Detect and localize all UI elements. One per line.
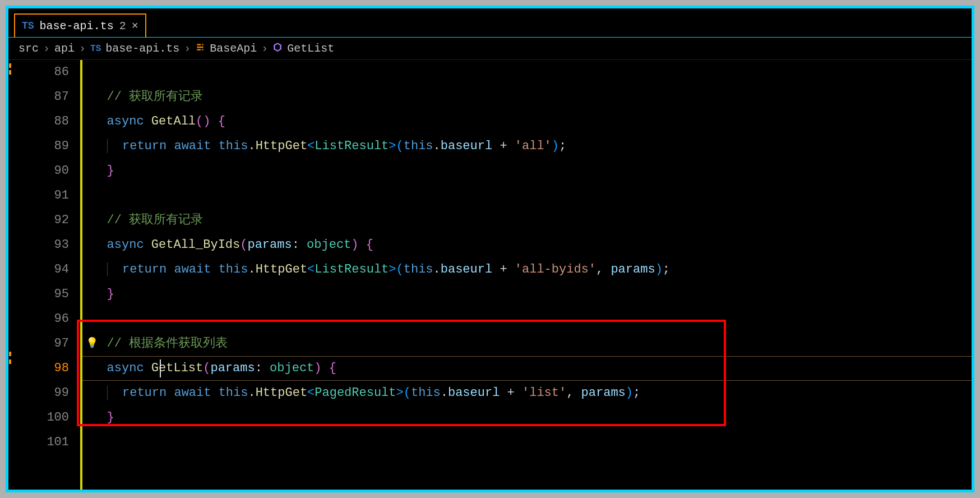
chevron-right-icon: › <box>261 42 268 55</box>
crumb-file[interactable]: base-api.ts <box>105 42 179 55</box>
editor-body[interactable]: 86 87 88 89 90 91 92 93 94 95 96 97 98 9… <box>8 60 972 490</box>
line-number: 90 <box>13 159 69 183</box>
text-cursor <box>160 359 161 377</box>
method-icon <box>272 42 283 56</box>
line-number: 88 <box>13 109 69 134</box>
code-line[interactable] <box>82 307 972 331</box>
lightbulb-icon[interactable]: 💡 <box>86 336 98 349</box>
line-number: 89 <box>13 134 69 159</box>
line-number: 101 <box>13 430 69 455</box>
code-line[interactable]: async GetList(params: object) { <box>82 356 972 381</box>
close-icon[interactable]: × <box>132 20 138 33</box>
typescript-icon: TS <box>90 44 101 54</box>
chevron-right-icon: › <box>184 42 191 55</box>
code-line[interactable]: async GetAll_ByIds(params: object) { <box>82 233 972 257</box>
tab-base-api[interactable]: TS base-api.ts 2 × <box>14 13 146 37</box>
code-line[interactable]: } <box>82 159 972 183</box>
line-number: 97 <box>13 331 69 356</box>
crumb-src[interactable]: src <box>19 42 39 55</box>
code-line[interactable]: return await this.HttpGet<ListResult>(th… <box>82 257 972 282</box>
line-number: 93 <box>13 233 69 257</box>
tab-filename: base-api.ts <box>40 20 114 33</box>
crumb-api[interactable]: api <box>54 42 75 55</box>
chevron-right-icon: › <box>43 42 50 55</box>
crumb-method[interactable]: GetList <box>287 42 334 55</box>
line-number: 96 <box>13 307 69 331</box>
code-line[interactable] <box>82 60 972 85</box>
code-line[interactable]: // 获取所有记录 <box>82 208 972 233</box>
typescript-icon: TS <box>22 20 34 31</box>
code-line[interactable]: return await this.HttpGet<ListResult>(th… <box>82 134 972 159</box>
code-line[interactable] <box>82 430 972 455</box>
line-number: 94 <box>13 257 69 282</box>
code-line[interactable]: // 根据条件获取列表 <box>82 331 972 356</box>
line-number: 87 <box>13 85 69 109</box>
tab-bar: TS base-api.ts 2 × <box>8 8 972 38</box>
code-line[interactable]: async GetAll() { <box>82 109 972 134</box>
class-icon <box>195 42 205 56</box>
line-number: 91 <box>13 183 69 208</box>
code-line[interactable]: return await this.HttpGet<PagedResult>(t… <box>82 381 972 405</box>
breadcrumb[interactable]: src › api › TS base-api.ts › BaseApi › G… <box>8 38 972 60</box>
code-line[interactable] <box>82 183 972 208</box>
line-number: 86 <box>13 60 69 85</box>
chevron-right-icon: › <box>79 42 86 55</box>
line-number: 100 <box>13 405 69 430</box>
line-number: 95 <box>13 282 69 307</box>
line-number: 99 <box>13 381 69 405</box>
crumb-class[interactable]: BaseApi <box>210 42 257 55</box>
line-number-gutter: 86 87 88 89 90 91 92 93 94 95 96 97 98 9… <box>13 60 80 490</box>
code-line[interactable]: // 获取所有记录 <box>82 85 972 109</box>
gutter-marks <box>8 60 13 490</box>
editor-frame: TS base-api.ts 2 × src › api › TS base-a… <box>6 6 974 492</box>
line-number: 92 <box>13 208 69 233</box>
line-number-active: 98 <box>13 356 69 381</box>
code-line[interactable]: } <box>82 282 972 307</box>
code-line[interactable]: } <box>82 405 972 430</box>
code-area[interactable]: 💡 // 获取所有记录 async GetAll() { return awai… <box>82 60 972 490</box>
tab-problem-count: 2 <box>119 20 126 33</box>
